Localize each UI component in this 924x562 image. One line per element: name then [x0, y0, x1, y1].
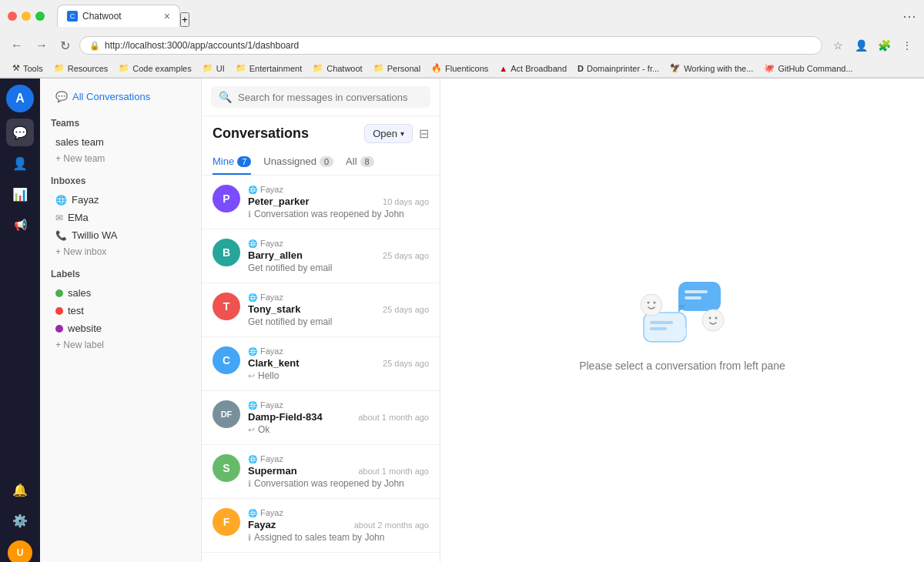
sidebar-reports-icon[interactable]: 📊 — [6, 180, 34, 208]
search-bar[interactable]: 🔍 — [211, 86, 430, 108]
search-input[interactable] — [238, 92, 423, 103]
bookmark-ui[interactable]: 📁UI — [198, 62, 229, 75]
icon-sidebar: A 💬 👤 📊 📢 🔔 ⚙️ U — [0, 79, 40, 562]
sidebar-item-label-website[interactable]: website — [51, 319, 190, 337]
reload-button[interactable]: ↻ — [57, 37, 73, 55]
bookmark-github[interactable]: 🐙GitHub Command... — [759, 62, 857, 75]
conversation-tabs: Mine 7 Unassigned 0 All 8 — [202, 149, 440, 176]
inbox-ema-label: EMa — [68, 212, 89, 223]
preview-text: ℹ Conversation was reopened by John — [248, 478, 429, 489]
menu-button[interactable]: ⋮ — [898, 36, 916, 55]
list-item[interactable]: T 🌐 Fayaz Tony_stark 25 days ago Get not… — [202, 283, 440, 337]
bookmark-chatwoot[interactable]: 📁Chatwoot — [308, 62, 367, 75]
sidebar-campaigns-icon[interactable]: 📢 — [6, 211, 34, 239]
inbox-name: Fayaz — [260, 293, 283, 302]
minimize-dot[interactable] — [22, 12, 31, 21]
inbox-name: Fayaz — [260, 400, 283, 410]
inbox-fayaz-label: Fayaz — [72, 194, 99, 206]
all-conversations-link[interactable]: 💬 All Conversations — [51, 88, 190, 105]
bookmark-resources[interactable]: 📁Resources — [49, 62, 113, 75]
reply-icon: ↩ — [248, 371, 255, 381]
sidebar-item-fayaz[interactable]: 🌐 Fayaz — [51, 191, 190, 209]
back-button[interactable]: ← — [8, 37, 26, 54]
avatar[interactable]: A — [6, 85, 34, 112]
tab-mine-label: Mine — [213, 156, 234, 167]
conversation-body: 🌐 Fayaz Clark_kent 25 days ago ↩ Hello — [248, 346, 429, 381]
contact-name: Clark_kent — [248, 357, 299, 369]
bookmark-button[interactable]: ☆ — [829, 36, 847, 55]
contact-name: Peter_parker — [248, 196, 310, 207]
inbox-name: Fayaz — [260, 185, 283, 194]
browser-titlebar: C Chatwoot × + ⋯ — [0, 0, 924, 32]
new-tab-button[interactable]: + — [180, 12, 189, 27]
inbox-name: Fayaz — [260, 239, 283, 248]
close-dot[interactable] — [8, 12, 17, 21]
phone-icon: 📞 — [55, 230, 67, 241]
filter-icon[interactable]: ⊟ — [419, 126, 429, 141]
preview-text: ℹ Conversation was reopened by John — [248, 209, 429, 219]
avatar: DF — [213, 400, 240, 428]
conversation-body: 🌐 Fayaz Peter_parker 10 days ago ℹ Conve… — [248, 185, 429, 219]
tab-close-button[interactable]: × — [164, 10, 170, 22]
teams-section: Teams sales team + New team — [40, 112, 201, 169]
status-filter-button[interactable]: Open ▾ — [364, 124, 413, 143]
conversation-body: 🌐 Fayaz Damp-Field-834 about 1 month ago… — [248, 400, 429, 435]
address-bar[interactable]: 🔒 http://localhost:3000/app/accounts/1/d… — [79, 36, 822, 55]
bookmark-fluenticons[interactable]: 🔥Fluenticons — [427, 62, 493, 75]
new-inbox-label: + New inbox — [55, 246, 106, 257]
list-item[interactable]: B 🌐 Fayaz Barry_allen 25 days ago Get no… — [202, 229, 440, 283]
profile-button[interactable]: 👤 — [852, 36, 870, 55]
bookmark-entertainment[interactable]: 📁Entertainment — [231, 62, 306, 75]
bookmark-code-examples[interactable]: 📁Code examples — [114, 62, 196, 75]
bookmark-domainprinter[interactable]: DDomainprinter - fr... — [573, 62, 664, 75]
list-item[interactable]: DF 🌐 Fayaz Damp-Field-834 about 1 month … — [202, 391, 440, 445]
sidebar-contacts-icon[interactable]: 👤 — [6, 149, 34, 177]
sidebar-item-twillio[interactable]: 📞 Twillio WA — [51, 226, 190, 244]
inbox-label: 🌐 Fayaz — [248, 239, 429, 248]
inbox-name: Fayaz — [260, 508, 283, 517]
svg-rect-6 — [650, 321, 673, 324]
bookmark-act-broadband[interactable]: ▲Act Broadband — [494, 62, 571, 75]
new-team-button[interactable]: + New team — [51, 151, 190, 166]
preview-text: Get notified by email — [248, 316, 429, 327]
bookmarks-bar: ⚒Tools 📁Resources 📁Code examples 📁UI 📁En… — [0, 59, 924, 78]
svg-point-13 — [654, 302, 656, 304]
inbox-globe-icon: 🌐 — [248, 239, 257, 248]
svg-point-10 — [715, 317, 718, 319]
sidebar-user-avatar[interactable]: U — [8, 540, 32, 562]
tab-unassigned[interactable]: Unassigned 0 — [263, 149, 333, 175]
new-inbox-button[interactable]: + New inbox — [51, 244, 190, 259]
bookmark-personal[interactable]: 📁Personal — [369, 62, 425, 75]
all-conversations-label: All Conversations — [72, 91, 150, 102]
list-item[interactable]: S 🌐 Fayaz Superman about 1 month ago ℹ C… — [202, 445, 440, 499]
extensions-button[interactable]: 🧩 — [875, 36, 893, 55]
conversations-title: Conversations — [213, 125, 309, 142]
active-tab[interactable]: C Chatwoot × — [57, 5, 180, 27]
sidebar-item-label-test[interactable]: test — [51, 302, 190, 319]
maximize-dot[interactable] — [35, 12, 45, 21]
conversations-panel: 🔍 Conversations Open ▾ ⊟ Mine 7 — [202, 79, 440, 562]
name-row: Tony_stark 25 days ago — [248, 303, 429, 315]
bookmark-tools[interactable]: ⚒Tools — [8, 62, 48, 75]
forward-button[interactable]: → — [32, 37, 51, 54]
new-label-button[interactable]: + New label — [51, 337, 190, 353]
bookmark-working-with[interactable]: 🦅Working with the... — [665, 62, 758, 75]
sidebar-item-sales-team[interactable]: sales team — [51, 133, 190, 151]
time-label: about 1 month ago — [358, 413, 429, 422]
list-item[interactable]: C 🌐 Fayaz Clark_kent 25 days ago ↩ Hello — [202, 337, 440, 391]
sidebar-item-ema[interactable]: ✉ EMa — [51, 209, 190, 226]
list-item[interactable]: P 🌐 Fayaz Peter_parker 10 days ago ℹ Con… — [202, 176, 440, 229]
sidebar-conversations-icon[interactable]: 💬 — [6, 119, 34, 146]
tab-mine[interactable]: Mine 7 — [213, 149, 251, 175]
sidebar-settings-icon[interactable]: ⚙️ — [6, 507, 34, 534]
avatar: P — [213, 185, 240, 212]
window-controls[interactable]: ⋯ — [902, 8, 916, 25]
label-sales-text: sales — [68, 287, 91, 299]
sidebar-notifications-icon[interactable]: 🔔 — [6, 476, 34, 503]
tab-all[interactable]: All 8 — [346, 149, 374, 175]
left-panel: 💬 All Conversations Teams sales team + N… — [40, 79, 202, 562]
list-item[interactable]: F 🌐 Fayaz Fayaz about 2 months ago ℹ Ass… — [202, 499, 440, 553]
conversation-body: 🌐 Fayaz Superman about 1 month ago ℹ Con… — [248, 454, 429, 489]
browser-actions: ☆ 👤 🧩 ⋮ — [829, 36, 916, 55]
sidebar-item-label-sales[interactable]: sales — [51, 284, 190, 302]
